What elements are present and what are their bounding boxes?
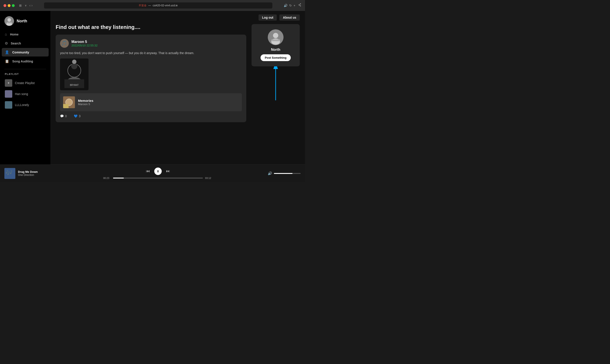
track-title: Memories	[78, 99, 93, 103]
volume-icon: 🔊	[268, 171, 272, 175]
post-user-name: Maroon 5	[71, 40, 97, 44]
sidebar-item-label-search: Search	[11, 42, 21, 45]
track-info: Memories Maroon 5	[78, 99, 93, 106]
home-icon: ⌂	[5, 32, 7, 36]
app-container: North ⌂ Home ⊙ Search 👤 Community 📋 Song	[0, 11, 305, 182]
sidebar-nav: ⌂ Home ⊙ Search 👤 Community 📋 Song Audit…	[0, 30, 50, 65]
insecure-label: 不安全	[139, 4, 146, 7]
han-song-label: Han song	[15, 92, 28, 96]
svg-point-17	[273, 33, 278, 38]
lll-lonely-thumb	[5, 101, 12, 109]
address-bar[interactable]: 不安全 — csi420-02-vm4.ucd.ie	[44, 2, 272, 9]
skip-forward-button[interactable]: ⏭	[166, 169, 170, 173]
svg-point-1	[7, 18, 11, 22]
browser-chrome: ⊞ ∨ ‹ › 不安全 — csi420-02-vm4.ucd.ie 🔊 ↻ +	[0, 0, 305, 11]
new-tab-icon[interactable]: +	[294, 4, 295, 7]
total-time: 03:12	[205, 177, 213, 179]
post-actions: 💬 0 💙 3	[60, 114, 242, 118]
traffic-lights	[3, 4, 15, 7]
main-layout: North ⌂ Home ⊙ Search 👤 Community 📋 Song	[0, 11, 305, 165]
skip-back-button[interactable]: ⏮	[146, 169, 150, 173]
create-playlist-icon: +	[5, 79, 12, 87]
playlist-item-lll-lonely[interactable]: LLLLonely	[2, 99, 49, 110]
comment-icon: 💬	[60, 114, 64, 118]
playlist-label: PLAYLIST	[2, 73, 49, 78]
profile-avatar	[268, 29, 283, 45]
volume-fill	[274, 173, 292, 174]
track-card[interactable]: Memories Maroon 5	[60, 93, 242, 111]
now-playing-info: Drag Me Down One Direction	[18, 170, 48, 177]
svg-rect-3	[7, 22, 12, 23]
track-artist: Maroon 5	[78, 103, 93, 106]
comment-count: 0	[65, 114, 67, 118]
progress-fill	[113, 178, 124, 179]
like-count: 3	[79, 114, 81, 118]
svg-text:🎵: 🎵	[61, 40, 67, 46]
current-time: 00:23	[103, 177, 111, 179]
post-user-info: Maroon 5 2022/05/10 22:55:32	[71, 40, 97, 47]
svg-text:🎶: 🎶	[5, 169, 13, 176]
post-something-button[interactable]: Post Something	[261, 54, 291, 61]
about-us-button[interactable]: About us	[279, 14, 300, 21]
user-profile-card: North Post Something	[252, 24, 300, 66]
sidebar-toggle-icon[interactable]: ⊞	[19, 4, 22, 7]
main-content: Log out About us Find out what are they …	[50, 11, 305, 165]
sidebar-item-home[interactable]: ⌂ Home	[2, 30, 49, 39]
like-action[interactable]: 💙 3	[74, 114, 81, 118]
svg-point-12	[72, 60, 77, 64]
nav-arrows: ‹ ›	[29, 3, 33, 7]
search-icon: ⊙	[5, 41, 8, 45]
forward-arrow-icon[interactable]: ›	[31, 3, 32, 7]
sidebar-user: North	[0, 14, 50, 30]
address-separator: —	[148, 4, 151, 7]
sidebar-item-search[interactable]: ⊙ Search	[2, 39, 49, 48]
right-panel: North Post Something	[252, 24, 300, 159]
sidebar-item-song-auditing[interactable]: 📋 Song Auditing	[2, 57, 49, 65]
now-playing: 🎶 Drag Me Down One Direction	[4, 168, 48, 179]
post-card: 🎵 Maroon 5 2022/05/10 22:55:32 you're to…	[56, 35, 246, 122]
svg-point-8	[71, 63, 77, 69]
track-thumbnail	[63, 96, 75, 108]
np-artist: One Direction	[18, 173, 48, 177]
now-playing-thumbnail: 🎶	[4, 168, 15, 179]
reload-icon[interactable]: ↻	[289, 4, 292, 7]
comment-action[interactable]: 💬 0	[60, 114, 67, 118]
minimize-button[interactable]	[8, 4, 11, 7]
sidebar-divider	[4, 69, 46, 69]
address-url: csi420-02-vm4.ucd.ie	[153, 4, 178, 7]
log-out-button[interactable]: Log out	[259, 14, 277, 21]
pause-button[interactable]: ⏸	[154, 168, 162, 175]
create-playlist-item[interactable]: + Create Playlist	[2, 78, 49, 89]
control-buttons: ⏮ ⏸ ⏭	[146, 168, 170, 175]
share-icon[interactable]	[298, 3, 302, 8]
sidebar: North ⌂ Home ⊙ Search 👤 Community 📋 Song	[0, 11, 50, 165]
svg-text:BRYANT: BRYANT	[70, 84, 79, 86]
playlist-item-han-song[interactable]: Han song	[2, 89, 49, 99]
player-bar: 🎶 Drag Me Down One Direction ⏮ ⏸ ⏭ 00:23…	[0, 165, 305, 182]
browser-toolbar-icons: 🔊 ↻ +	[284, 4, 295, 7]
page-title: Find out what are they listening....	[56, 24, 246, 30]
user-avatar	[4, 16, 14, 26]
svg-rect-10	[65, 79, 84, 88]
sidebar-item-label-auditing: Song Auditing	[12, 60, 33, 63]
svg-rect-19	[271, 39, 280, 41]
post-header: 🎵 Maroon 5 2022/05/10 22:55:32	[60, 39, 242, 48]
profile-name: North	[271, 48, 280, 52]
han-song-thumb	[5, 90, 12, 98]
svg-rect-15	[63, 104, 68, 108]
post-text: you're too tired, you don't want to push…	[60, 51, 242, 55]
sidebar-item-label-home: Home	[10, 33, 19, 36]
progress-row: 00:23 03:12	[103, 177, 213, 179]
np-title: Drag Me Down	[18, 170, 48, 173]
sidebar-item-label-community: Community	[12, 51, 29, 54]
progress-bar[interactable]	[113, 178, 203, 179]
top-bar: Log out About us	[50, 11, 305, 24]
audio-icon: 🔊	[284, 4, 288, 7]
volume-bar[interactable]	[274, 173, 301, 174]
post-image: BRYANT	[60, 58, 89, 90]
close-button[interactable]	[3, 4, 6, 7]
maximize-button[interactable]	[12, 4, 15, 7]
sidebar-item-community[interactable]: 👤 Community	[2, 48, 49, 56]
create-playlist-label: Create Playlist	[15, 81, 35, 85]
back-arrow-icon[interactable]: ‹	[29, 3, 30, 7]
